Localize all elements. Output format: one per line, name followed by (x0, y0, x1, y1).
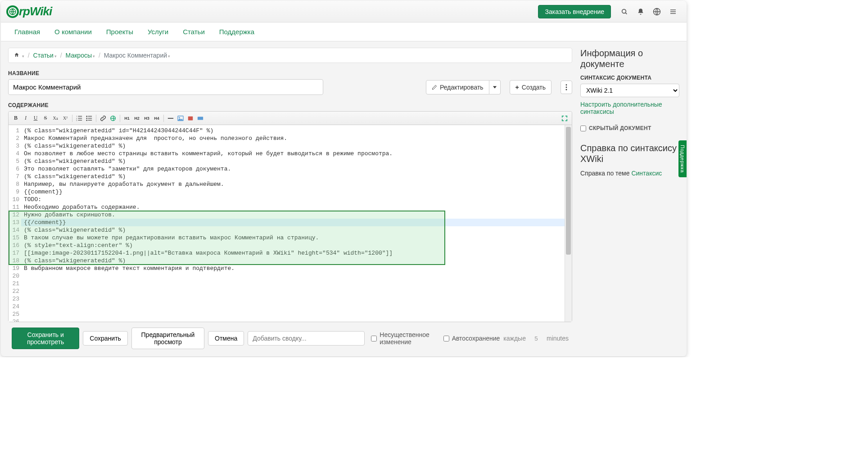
italic-button[interactable]: I (21, 114, 30, 123)
logo-text: rpWiki (19, 4, 52, 18)
h3-button[interactable]: H3 (142, 114, 151, 123)
external-link-button[interactable] (108, 114, 118, 123)
plus-icon: + (515, 84, 519, 91)
hr-button[interactable] (166, 114, 175, 123)
title-label: НАЗВАНИЕ (8, 70, 39, 76)
chevron-down-icon (493, 85, 497, 89)
svg-point-16 (86, 116, 87, 117)
minor-change-checkbox[interactable]: Несущественное изменение (371, 331, 437, 346)
home-icon[interactable] (14, 52, 21, 59)
logo-globe-icon (6, 5, 19, 18)
svg-point-20 (86, 120, 87, 121)
h1-button[interactable]: H1 (122, 114, 131, 123)
more-actions-button[interactable] (561, 81, 572, 94)
svg-line-2 (625, 13, 627, 14)
superscript-button[interactable]: X² (61, 114, 70, 123)
nav-item-articles[interactable]: Статьи (176, 23, 211, 40)
link-button[interactable] (99, 114, 108, 123)
h4-button[interactable]: H4 (152, 114, 161, 123)
hamburger-menu-icon[interactable] (665, 4, 681, 20)
autosave-unit-label: minutes (547, 335, 569, 342)
hidden-doc-checkbox[interactable]: СКРЫТЫЙ ДОКУМЕНТ (580, 125, 651, 131)
language-globe-icon[interactable] (649, 4, 665, 20)
bold-button[interactable]: B (11, 114, 20, 123)
cancel-button[interactable]: Отмена (208, 331, 244, 346)
sidebar-right: Информация о документе СИНТАКСИС ДОКУМЕН… (580, 48, 679, 350)
kebab-icon (565, 84, 567, 90)
preview-button[interactable]: Предварительный просмотр (131, 328, 204, 349)
strike-button[interactable]: S (41, 114, 50, 123)
unordered-list-button[interactable] (85, 114, 94, 123)
nav-item-home[interactable]: Главная (8, 23, 46, 40)
editor: B I U S X₂ X² 123 H1 H2 H3 H4 (8, 111, 572, 322)
configure-syntaxes-link[interactable]: Настроить дополнительные синтаксисы (580, 101, 662, 115)
ordered-list-button[interactable]: 123 (75, 114, 84, 123)
breadcrumb: ▾ / Статьи▾ / Макросы▾ / Макрос Коммента… (8, 48, 572, 63)
notifications-icon[interactable] (633, 4, 649, 20)
edit-button-label: Редактировать (440, 84, 484, 91)
edit-dropdown-toggle[interactable] (489, 80, 501, 94)
svg-rect-15 (78, 120, 82, 120)
create-button-label: Создать (522, 84, 546, 91)
search-icon[interactable] (616, 4, 633, 20)
logo[interactable]: rpWiki (6, 4, 52, 18)
breadcrumb-articles[interactable]: Статьи (33, 52, 54, 59)
doc-info-title: Информация о документе (580, 48, 679, 69)
svg-point-7 (566, 84, 567, 85)
nav-item-about[interactable]: О компании (48, 23, 98, 40)
edit-button[interactable]: Редактировать (426, 80, 489, 94)
nav-item-services[interactable]: Услуги (141, 23, 175, 40)
summary-input[interactable] (248, 331, 365, 346)
svg-text:3: 3 (76, 119, 77, 121)
nav-item-projects[interactable]: Проекты (100, 23, 140, 40)
svg-rect-21 (88, 120, 92, 120)
autosave-checkbox[interactable]: Автосохранение (443, 335, 500, 342)
svg-point-8 (566, 86, 567, 88)
svg-rect-23 (168, 118, 173, 119)
primary-nav: Главная О компании Проекты Услуги Статьи… (1, 22, 687, 41)
fullscreen-button[interactable] (560, 114, 569, 123)
macro-button[interactable] (196, 114, 205, 123)
nav-item-support[interactable]: Поддержка (213, 23, 261, 40)
svg-rect-26 (188, 116, 193, 120)
svg-rect-11 (78, 116, 82, 116)
svg-rect-17 (88, 116, 92, 116)
vertical-scrollbar[interactable] (565, 125, 572, 322)
footer-actions: Сохранить и просмотреть Сохранить Предва… (8, 322, 572, 350)
editor-toolbar: B I U S X₂ X² 123 H1 H2 H3 H4 (9, 112, 572, 125)
support-tab[interactable]: Поддержка (678, 140, 687, 177)
breadcrumb-current: Макрос Комментарий (104, 52, 167, 59)
syntax-label: СИНТАКСИС ДОКУМЕНТА (580, 75, 679, 81)
svg-point-25 (179, 117, 180, 118)
content-label: СОДЕРЖАНИЕ (8, 102, 572, 108)
image-button[interactable] (176, 114, 185, 123)
underline-button[interactable]: U (31, 114, 40, 123)
svg-rect-27 (198, 117, 203, 120)
create-button[interactable]: + Создать (510, 80, 552, 94)
attachment-button[interactable] (186, 114, 195, 123)
subscript-button[interactable]: X₂ (51, 114, 60, 123)
svg-rect-13 (78, 118, 82, 118)
syntax-select[interactable]: XWiki 2.1 (580, 84, 679, 97)
svg-rect-19 (88, 118, 92, 118)
title-input[interactable] (8, 79, 323, 95)
breadcrumb-macros[interactable]: Макросы (66, 52, 92, 59)
svg-point-9 (566, 89, 567, 90)
autosave-every-label: каждые (503, 335, 526, 342)
code-editor[interactable]: 1234567891011121314151617181920212223242… (9, 125, 572, 322)
pencil-icon (432, 85, 437, 90)
save-button[interactable]: Сохранить (83, 331, 128, 346)
order-implementation-button[interactable]: Заказать внедрение (538, 5, 611, 18)
syntax-help-title: Справка по синтаксису XWiki (580, 143, 679, 164)
syntax-help-prefix: Справка по теме (580, 170, 631, 177)
autosave-interval-input[interactable] (529, 333, 543, 344)
h2-button[interactable]: H2 (132, 114, 141, 123)
svg-point-18 (86, 117, 87, 119)
syntax-help-link[interactable]: Синтаксис (631, 170, 662, 177)
svg-point-1 (622, 9, 626, 13)
save-and-view-button[interactable]: Сохранить и просмотреть (12, 328, 79, 349)
top-banner: rpWiki Заказать внедрение (1, 1, 687, 22)
